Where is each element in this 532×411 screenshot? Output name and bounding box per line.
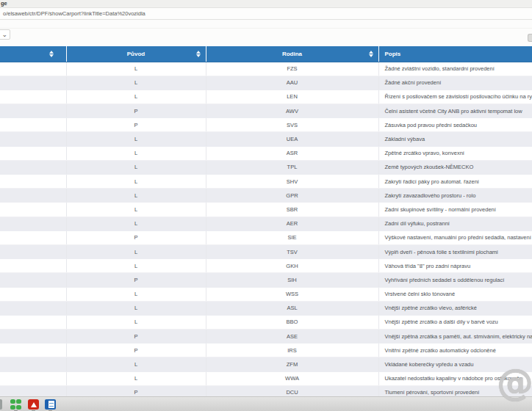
cell-code: [0, 203, 66, 217]
cell-code: [0, 371, 66, 385]
cell-rodina: WWA: [206, 371, 378, 385]
sort-icon[interactable]: [196, 51, 201, 57]
table-row[interactable]: PAWVČelní asistent včetně City ANB pro a…: [0, 104, 532, 118]
cell-rodina: BBO: [206, 315, 378, 329]
sort-icon[interactable]: [49, 51, 54, 57]
cell-rodina: GPR: [206, 189, 378, 203]
cell-popis: Vkládané koberečky vpředu a vzadu: [378, 357, 532, 371]
browser-chrome-strip: [0, 0, 532, 7]
column-header-code[interactable]: [0, 46, 66, 62]
cell-puvod: L: [66, 315, 206, 329]
cell-puvod: P: [66, 104, 206, 118]
table-row[interactable]: PSIHVyhřívání předních sedadel s oddělen…: [0, 273, 532, 287]
table-row[interactable]: LWSSVrstvené čelní sklo tónované: [0, 287, 532, 301]
cell-popis: Ukazatel nedostatku kapaliny v nádobce p…: [378, 371, 532, 385]
cell-puvod: L: [66, 160, 206, 174]
cell-popis: Zakrytí řadicí páky pro automat. řazení: [378, 175, 532, 189]
cell-popis: Vnější zpětné zrcátko a další díly v bar…: [378, 315, 532, 329]
cell-puvod: L: [66, 357, 206, 371]
table-row[interactable]: LAAUŽádné akční provedení: [0, 76, 532, 90]
sort-icon[interactable]: [369, 51, 374, 57]
cell-puvod: L: [66, 132, 206, 146]
table-row[interactable]: PASEVnější zpětná zrcátka s pamětí, aut.…: [0, 330, 532, 343]
cell-rodina: ZFM: [206, 357, 378, 371]
chevron-down-icon: ⌄: [1, 32, 7, 37]
table-row[interactable]: LLENŘízení s posilovačem se závislostí p…: [0, 90, 532, 103]
cell-puvod: L: [66, 287, 206, 301]
column-header-puvod[interactable]: Původ: [66, 46, 206, 62]
cell-puvod: L: [66, 146, 206, 160]
green-grid-app-icon[interactable]: [10, 399, 21, 410]
cell-popis: Výplň dveří - pěnová fólie s textilními …: [378, 244, 532, 258]
table-row[interactable]: LSHVZakrytí řadicí páky pro automat. řaz…: [0, 175, 532, 189]
cell-code: [0, 217, 66, 230]
data-table: Původ Rodina Popis LFZSŽádné zvláštní vo…: [0, 46, 532, 400]
table-row[interactable]: LGKHVáhová třída "8" pro zadní nápravu: [0, 259, 532, 273]
cell-code: [0, 273, 66, 287]
cell-popis: Zásuvka pod pravou přední sedačkou: [378, 118, 532, 132]
page-label: ge: [1, 0, 7, 7]
cell-code: [0, 330, 66, 343]
cell-code: [0, 230, 66, 244]
cell-code: [0, 343, 66, 357]
cell-puvod: L: [66, 203, 206, 217]
table-row[interactable]: PIRSVnitřní zpětné zrcátko automaticky o…: [0, 343, 532, 357]
cell-popis: Zpětné zrcátko vpravo, konvexní: [378, 146, 532, 160]
table-row[interactable]: LFZSŽádné zvláštní vozidlo, standardní p…: [0, 62, 532, 76]
cell-popis: Základní výbava: [378, 132, 532, 146]
cell-rodina: SBR: [206, 203, 378, 217]
cell-popis: Žádné zvláštní vozidlo, standardní prove…: [378, 62, 532, 76]
partial-app-icon[interactable]: [0, 399, 2, 410]
cell-popis: Vnější zpětné zrcátko vlevo, asférické: [378, 301, 532, 315]
url-bar[interactable]: o/elsaweb/ctr/DPF/showCarport?linkTitle=…: [0, 7, 532, 20]
cell-code: [0, 287, 66, 301]
table-row[interactable]: LWWAUkazatel nedostatku kapaliny v nádob…: [0, 371, 532, 385]
cell-puvod: P: [66, 273, 206, 287]
table-row[interactable]: PSIEVýškové nastavení, manuální pro před…: [0, 230, 532, 244]
cell-puvod: P: [66, 118, 206, 132]
cell-popis: Výškové nastavení, manuální pro přední s…: [378, 230, 532, 244]
cell-code: [0, 90, 66, 103]
table-row[interactable]: LBBOVnější zpětné zrcátko a další díly v…: [0, 315, 532, 329]
cell-rodina: ASR: [206, 146, 378, 160]
cell-puvod: P: [66, 230, 206, 244]
cell-code: [0, 189, 66, 203]
cell-puvod: L: [66, 76, 206, 90]
page-size-dropdown[interactable]: ⌄: [0, 29, 10, 40]
cell-code: [0, 76, 66, 90]
word-document-icon[interactable]: [45, 399, 56, 410]
table-row[interactable]: LASLVnější zpětné zrcátko vlevo, asféric…: [0, 301, 532, 315]
cell-code: [0, 357, 66, 371]
cell-code: [0, 146, 66, 160]
cell-rodina: TPL: [206, 160, 378, 174]
table-row[interactable]: PSVSZásuvka pod pravou přední sedačkou: [0, 118, 532, 132]
table-row[interactable]: LGPRZakrytí zavazadlového prostoru - rol…: [0, 189, 532, 203]
table-row[interactable]: LASRZpětné zrcátko vpravo, konvexní: [0, 146, 532, 160]
screen: ge o/elsaweb/ctr/DPF/showCarport?linkTit…: [0, 0, 532, 411]
acrobat-pdf-icon[interactable]: [28, 399, 39, 410]
table-row[interactable]: LTSVVýplň dveří - pěnová fólie s textiln…: [0, 244, 532, 258]
cell-code: [0, 132, 66, 146]
column-header-rodina[interactable]: Rodina: [206, 46, 378, 62]
cell-code: [0, 259, 66, 273]
cell-popis: Zadní skupinové svítilny - normální prov…: [378, 203, 532, 217]
cell-puvod: L: [66, 217, 206, 230]
cell-popis: Zadní díl výfuku, postranní: [378, 217, 532, 230]
column-header-popis[interactable]: Popis: [378, 46, 532, 62]
cell-code: [0, 118, 66, 132]
cell-rodina: SIH: [206, 273, 378, 287]
table-row[interactable]: LSBRZadní skupinové svítilny - normální …: [0, 203, 532, 217]
cell-rodina: WSS: [206, 287, 378, 301]
table-row[interactable]: LTPLZemě typových zkoušek-NĚMECKO: [0, 160, 532, 174]
cell-code: [0, 315, 66, 329]
url-text: o/elsaweb/ctr/DPF/showCarport?linkTitle=…: [3, 10, 145, 17]
table-row[interactable]: LUEAZákladní výbava: [0, 132, 532, 146]
scrollbar-nub[interactable]: [528, 34, 532, 42]
cell-rodina: AWV: [206, 104, 378, 118]
table-row[interactable]: LAERZadní díl výfuku, postranní: [0, 217, 532, 230]
cell-rodina: UEA: [206, 132, 378, 146]
taskbar: [0, 396, 532, 411]
cell-code: [0, 175, 66, 189]
table-row[interactable]: LZFMVkládané koberečky vpředu a vzadu: [0, 357, 532, 371]
cell-rodina: GKH: [206, 259, 378, 273]
